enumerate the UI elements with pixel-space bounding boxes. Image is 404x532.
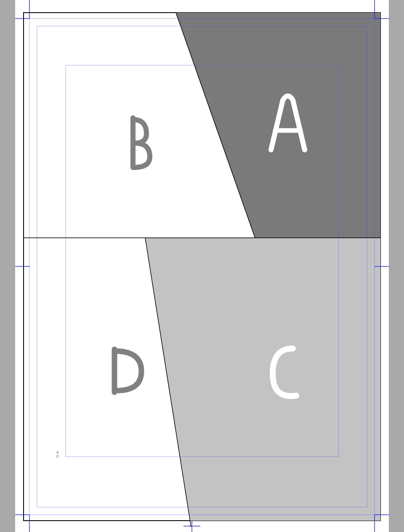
region-c-shape[interactable]	[145, 238, 380, 521]
label-b	[133, 118, 150, 168]
label-d	[114, 349, 141, 392]
layout-canvas: A B C D	[15, 0, 389, 532]
document-page[interactable]: A B C D 40	[15, 0, 389, 532]
page-number: 40	[56, 451, 58, 458]
